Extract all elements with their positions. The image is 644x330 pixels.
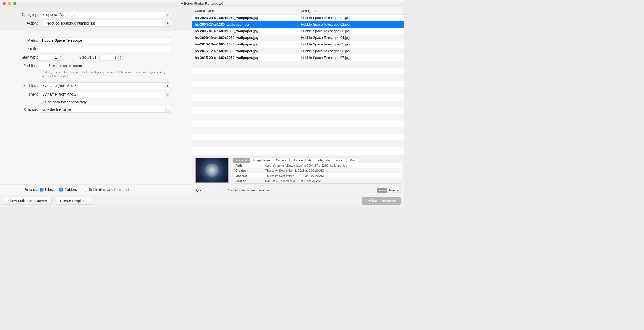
cell-change-to: Hubble Space Telescope 05.jpg: [298, 43, 404, 46]
table-row[interactable]: hs-2010-13-a-1680x1050_wallpaper.jpgHubb…: [192, 41, 404, 48]
process-files-label: Files: [45, 187, 53, 192]
cell-current-name: hs-2003-28-a-1680x1050_wallpaper.jpg: [192, 16, 298, 20]
stepper-icon[interactable]: [118, 55, 122, 60]
action-select[interactable]: Produce sequence number list: [43, 20, 171, 27]
then-label: Then:: [0, 92, 40, 97]
meta-shot-on-key: Shot on: [235, 179, 265, 183]
suffix-label: Suffix:: [0, 47, 40, 51]
chevron-down-icon: [200, 190, 201, 191]
cell-change-to: Hubble Space Telescope 01.jpg: [298, 16, 404, 20]
change-select[interactable]: only the file name: [40, 106, 171, 113]
sort-first-label: Sort first:: [0, 84, 40, 88]
table-row[interactable]: hs-2006-01-a-1680x1050_wallpaper.jpgHubb…: [192, 28, 404, 34]
chevron-updown-icon: [165, 12, 170, 17]
table-row[interactable]: [192, 81, 404, 87]
detail-tab-camera[interactable]: Camera: [273, 158, 290, 163]
prefix-label: Prefix:: [0, 38, 40, 43]
column-header-change-to[interactable]: Change to: [298, 7, 404, 15]
title-bar: A Better Finder Rename 10: [0, 0, 404, 7]
cell-current-name: hs-2010-13-a-1680x1050_wallpaper.jpg: [192, 43, 298, 46]
table-row[interactable]: [192, 107, 404, 114]
table-row[interactable]: [192, 87, 404, 94]
table-row[interactable]: hs-2006-10-a-1680x1050_wallpaper.jpgHubb…: [192, 34, 404, 41]
sort-first-value: By name (from A to Z): [42, 84, 78, 88]
detail-tab-general[interactable]: General: [233, 158, 250, 163]
show-multistep-drawer-button[interactable]: Show Multi-Step Drawer: [3, 197, 52, 205]
digits-minimum-label: digits minimum: [59, 64, 82, 68]
chevron-updown-icon: [165, 92, 170, 97]
suffix-input[interactable]: [40, 46, 171, 52]
action-value: Produce sequence number list: [45, 21, 95, 25]
cell-current-name: hs-2006-01-a-1680x1050_wallpaper.jpg: [192, 29, 298, 33]
cell-current-name: hs-2004-27-a-1280_wallpaper.jpg: [192, 22, 298, 26]
sort-first-select[interactable]: By name (from A to Z): [40, 82, 171, 89]
detail-tab-misc[interactable]: Misc: [347, 158, 359, 163]
stepper-icon[interactable]: [59, 55, 63, 60]
detail-tab-image-video[interactable]: Image/Video: [250, 158, 273, 163]
padding-help-text: Padding refers to the minimum number of …: [42, 70, 169, 78]
window-title: A Better Finder Rename 10: [181, 2, 223, 6]
chevron-updown-icon: [165, 21, 170, 26]
close-window-button[interactable]: [3, 2, 6, 5]
change-value: only the file name: [42, 107, 71, 111]
auto-manual-toggle[interactable]: Auto Manual: [377, 188, 401, 193]
zoom-window-button[interactable]: [13, 2, 16, 5]
table-row[interactable]: hs-2004-27-a-1280_wallpaper.jpgHubble Sp…: [192, 21, 404, 28]
auto-toggle[interactable]: Auto: [377, 188, 387, 193]
table-row[interactable]: hs-2015-12-a-1680x1050_wallpaper.jpgHubb…: [192, 48, 404, 54]
chevron-updown-icon: [165, 83, 170, 88]
prefix-input[interactable]: [40, 37, 171, 44]
change-label: Change:: [0, 107, 40, 111]
process-subfolders-label: Subfolders and their contents: [89, 187, 136, 192]
cell-change-to: Hubble Space Telescope 02.jpg: [298, 22, 404, 26]
meta-created-value: Thursday, September 3, 2015 at 9:07:20 A…: [265, 169, 399, 172]
category-select[interactable]: Sequence Numbers: [40, 11, 171, 18]
then-select[interactable]: By name (from A to Z): [40, 91, 171, 98]
table-row[interactable]: [192, 101, 404, 107]
table-row[interactable]: hs-2015-23-a-1680x1050_wallpaper.jpgHubb…: [192, 54, 404, 61]
manual-toggle[interactable]: Manual: [387, 188, 401, 193]
process-subfolders-checkbox[interactable]: [84, 188, 87, 192]
table-row[interactable]: [192, 134, 404, 140]
cell-change-to: Hubble Space Telescope 06.jpg: [298, 49, 404, 53]
cell-current-name: hs-2015-23-a-1680x1050_wallpaper.jpg: [192, 56, 298, 60]
add-button[interactable]: ＋: [205, 188, 209, 193]
gear-icon: [195, 189, 199, 192]
clear-button[interactable]: ✕: [220, 188, 224, 193]
detail-tab-audio[interactable]: Audio: [333, 158, 347, 163]
process-folders-label: Folders: [65, 187, 77, 192]
detail-tab-file-date[interactable]: File Date: [315, 158, 333, 163]
status-text: 7 out of 7 items need renaming.: [227, 189, 272, 192]
process-folders-checkbox[interactable]: [59, 188, 63, 192]
sort-each-folder-checkbox[interactable]: [40, 100, 43, 104]
column-header-current-name[interactable]: Current Name: [192, 7, 298, 15]
table-row[interactable]: [192, 61, 404, 68]
create-droplet-button[interactable]: Create Droplet...: [56, 197, 91, 205]
table-row[interactable]: [192, 114, 404, 120]
cell-current-name: hs-2015-12-a-1680x1050_wallpaper.jpg: [192, 49, 298, 53]
padding-label: Padding:: [0, 64, 40, 68]
category-value: Sequence Numbers: [42, 12, 75, 17]
minimize-window-button[interactable]: [8, 2, 11, 5]
stepper-icon[interactable]: [52, 63, 56, 69]
table-row[interactable]: hs-2003-28-a-1680x1050_wallpaper.jpgHubb…: [192, 15, 404, 21]
meta-modified-key: Modified: [235, 174, 265, 178]
process-files-checkbox[interactable]: [40, 188, 43, 192]
detail-tab-shooting-date[interactable]: Shooting Date: [290, 158, 315, 163]
process-label: Process:: [0, 187, 40, 192]
action-label: Action:: [0, 21, 40, 25]
remove-button[interactable]: －: [213, 188, 217, 193]
gear-menu-button[interactable]: [195, 189, 201, 192]
table-row[interactable]: [192, 127, 404, 134]
file-list[interactable]: hs-2003-28-a-1680x1050_wallpaper.jpgHubb…: [192, 15, 404, 155]
table-row[interactable]: [192, 120, 404, 127]
table-row[interactable]: [192, 74, 404, 81]
table-row[interactable]: [192, 140, 404, 147]
perform-renames-button[interactable]: Perform Renames: [362, 197, 401, 205]
meta-created-key: Created: [235, 169, 265, 172]
meta-shot-on-value: Saturday, December 30, 1 at 12:24:36 AM: [265, 179, 399, 183]
cell-change-to: Hubble Space Telescope 03.jpg: [298, 29, 404, 33]
category-label: Category:: [0, 12, 40, 17]
table-row[interactable]: [192, 94, 404, 101]
table-row[interactable]: [192, 68, 404, 74]
